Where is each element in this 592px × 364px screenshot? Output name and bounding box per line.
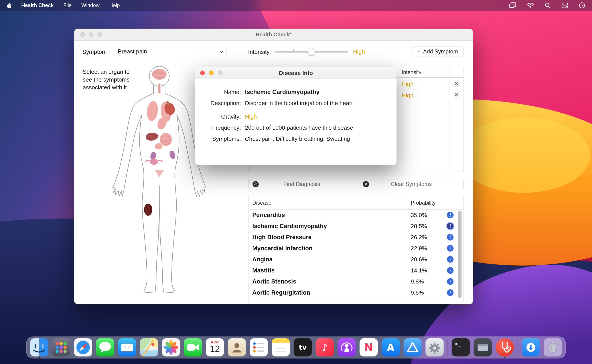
dock-app-store[interactable]: A	[382, 338, 400, 358]
intensity-value: High	[353, 48, 365, 55]
table-row[interactable]: Angina 20.6% i	[249, 254, 464, 265]
dock-downloads[interactable]	[522, 338, 540, 358]
dock-news[interactable]: N	[360, 338, 378, 358]
frequency-label: Frequency:	[201, 125, 241, 131]
clear-symptoms-button[interactable]: Clear Symptoms	[359, 179, 464, 189]
disease-probability: 28.5%	[411, 223, 427, 230]
dock-facetime[interactable]	[184, 338, 202, 358]
name-label: Name:	[201, 89, 241, 95]
trachea-organ[interactable]	[158, 84, 160, 94]
info-button[interactable]: i	[447, 256, 453, 263]
dock-podcasts[interactable]	[338, 338, 356, 358]
dock-finder[interactable]	[30, 338, 48, 358]
dock-mail[interactable]	[118, 338, 136, 358]
dock-health-check-app[interactable]	[496, 338, 514, 358]
reminders-list-icon	[250, 338, 268, 357]
intensity-column-header[interactable]: Intensity	[402, 67, 421, 78]
window-icon	[474, 338, 492, 357]
disease-name: Pericarditis	[252, 212, 285, 219]
menu-file[interactable]: File	[63, 2, 72, 8]
slider-thumb[interactable]	[308, 48, 315, 56]
info-button[interactable]: i	[447, 278, 453, 285]
uterus-organ[interactable]	[146, 159, 162, 165]
info-button[interactable]: i	[447, 212, 453, 218]
music-note-icon: ♪	[316, 338, 334, 357]
body-diagram[interactable]	[109, 66, 209, 296]
window-titlebar[interactable]: Health Check*	[74, 29, 473, 41]
scrollbar[interactable]	[458, 211, 462, 298]
intensity-slider[interactable]	[275, 47, 348, 57]
info-button[interactable]: i	[447, 234, 453, 240]
table-row[interactable]: Aortic Regurgitation 9.5% i	[249, 287, 464, 298]
safari-compass-icon	[74, 338, 92, 357]
dialog-titlebar[interactable]: Disease Info	[195, 67, 397, 79]
disease-column-header[interactable]: Disease	[252, 196, 272, 209]
menu-window[interactable]: Window	[81, 2, 100, 8]
dock-reminders[interactable]	[250, 338, 268, 358]
dock-tv[interactable]: tv	[294, 338, 312, 358]
liver-organ[interactable]	[146, 133, 159, 141]
dock-safari[interactable]	[74, 338, 92, 358]
dock-calendar[interactable]: APR 12	[206, 338, 224, 358]
dock-separator	[518, 339, 518, 356]
dock-launchpad[interactable]	[52, 338, 70, 358]
control-center-icon[interactable]	[561, 2, 568, 8]
dock-system-preferences[interactable]	[426, 338, 444, 358]
wifi-icon[interactable]	[527, 2, 534, 8]
triangle-icon	[404, 338, 422, 357]
dock-contacts[interactable]	[228, 338, 246, 358]
info-button[interactable]: i	[447, 289, 453, 296]
dock: APR 12	[27, 337, 566, 358]
dock-photos[interactable]	[162, 338, 180, 358]
disease-name: Ischemic Cardiomyopathy	[252, 223, 327, 230]
symptom-dropdown[interactable]: Breast pain	[113, 47, 227, 56]
table-row[interactable]: Aortic Stenosis 9.8% i	[249, 276, 464, 287]
info-button[interactable]: i	[447, 245, 453, 252]
info-button-active[interactable]: i	[447, 223, 453, 229]
stacked-windows-icon[interactable]	[509, 2, 516, 8]
clock-icon[interactable]	[579, 2, 585, 9]
photos-pinwheel-icon	[162, 338, 180, 357]
remove-symptom-button[interactable]	[453, 80, 460, 87]
dock-trash[interactable]	[544, 338, 562, 358]
dock-messages[interactable]	[96, 338, 114, 358]
info-icon: i	[450, 235, 451, 240]
slider-tick	[348, 49, 348, 51]
info-icon: i	[450, 279, 451, 284]
find-diagnosis-button[interactable]: Find Diagnosis	[248, 179, 355, 189]
table-row[interactable]: Myocardial Infarction 22.9% i	[249, 243, 464, 254]
table-row[interactable]: Pericarditis 35.0% i	[249, 209, 464, 221]
symptoms-label: Symptoms:	[201, 136, 241, 142]
menubar-app-name[interactable]: Health Check	[21, 2, 54, 8]
table-row[interactable]: Ischemic Cardiomyopathy 28.5% i	[249, 221, 464, 232]
plus-icon: +	[417, 48, 421, 55]
add-symptom-button[interactable]: + Add Symptom	[411, 46, 464, 56]
disease-info-dialog: Disease Info Name: Ischemic Cardiomyopat…	[195, 67, 397, 165]
dock-music[interactable]: ♪	[316, 338, 334, 358]
dock-xcode[interactable]	[404, 338, 422, 358]
search-icon[interactable]	[545, 2, 551, 8]
symptoms-row: Symptoms: Chest pain, Difficulty breathi…	[201, 136, 391, 142]
desktop: Health Check File Window Help	[0, 0, 592, 364]
menu-help[interactable]: Help	[109, 2, 120, 8]
table-row[interactable]: Mastitis 14.1% i	[249, 265, 464, 276]
dock-notes[interactable]	[272, 338, 290, 358]
info-button[interactable]: i	[447, 267, 453, 274]
remove-symptom-button[interactable]	[453, 91, 460, 98]
disease-rows: Pericarditis 35.0% i Ischemic Cardiomyop…	[249, 209, 464, 298]
find-diagnosis-label: Find Diagnosis	[283, 181, 320, 187]
disease-table: Disease Probability Pericarditis 35.0% i…	[248, 196, 464, 303]
dock-utility-app[interactable]	[474, 338, 492, 358]
probability-column-header[interactable]: Probability	[411, 196, 436, 209]
dock-terminal[interactable]: >_	[452, 338, 470, 358]
download-arrow-icon	[522, 338, 540, 357]
apple-menu-icon[interactable]	[7, 2, 12, 8]
menubar: Health Check File Window Help	[0, 0, 592, 11]
symptoms-value: Chest pain, Difficulty breathing, Sweati…	[245, 136, 350, 142]
selected-organ[interactable]	[145, 204, 152, 215]
pelvis-organ[interactable]	[155, 170, 164, 177]
dock-maps[interactable]	[140, 338, 158, 358]
brain-organ[interactable]	[152, 69, 167, 80]
table-row[interactable]: High Blood Pressure 26.2% i	[249, 232, 464, 243]
description-label: Description:	[201, 100, 241, 106]
